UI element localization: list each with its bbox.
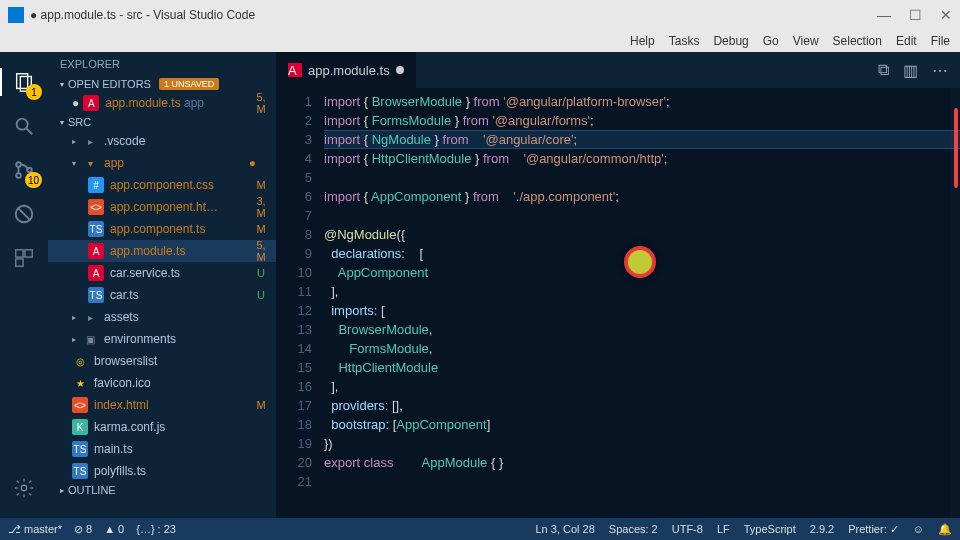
tree-item[interactable]: Kkarma.conf.js [48,416,276,438]
tree-item[interactable]: Acar.service.tsU [48,262,276,284]
svg-point-2 [17,119,28,130]
prettier-indicator[interactable]: Prettier: ✓ [848,523,899,536]
svg-point-11 [21,485,27,491]
notifications-icon[interactable]: 🔔 [938,523,952,536]
language-indicator[interactable]: TypeScript [744,523,796,535]
menu-debug[interactable]: Debug [713,34,748,48]
eol-indicator[interactable]: LF [717,523,730,535]
svg-point-5 [16,173,21,178]
menubar: Help Tasks Debug Go View Selection Edit … [0,30,960,52]
info-indicator[interactable]: {…} : 23 [136,523,176,535]
tree-item[interactable]: ▸▣environments [48,328,276,350]
indent-indicator[interactable]: Spaces: 2 [609,523,658,535]
svg-point-4 [16,162,21,167]
tree-item[interactable]: TSapp.component.tsM [48,218,276,240]
search-icon[interactable] [10,112,38,140]
split-icon[interactable]: ▥ [903,61,918,80]
open-editor-item[interactable]: ● A app.module.ts app 5, M [48,92,276,114]
svg-line-3 [27,129,33,135]
src-header[interactable]: ▾SRC [48,114,276,130]
errors-indicator[interactable]: ⊘ 8 [74,523,92,536]
folder-open-icon: ▾ [82,155,98,171]
cursor-position[interactable]: Ln 3, Col 28 [535,523,594,535]
svg-rect-9 [25,250,32,257]
ts-icon: TS [88,221,104,237]
chrome-icon: ◎ [72,353,88,369]
minimap[interactable] [950,88,960,518]
titlebar: ● app.module.ts - src - Visual Studio Co… [0,0,960,30]
menu-tasks[interactable]: Tasks [669,34,700,48]
activity-bar: 1 10 [0,52,48,518]
ts-icon: TS [88,287,104,303]
status-bar: ⎇ master* ⊘ 8 ▲ 0 {…} : 23 Ln 3, Col 28 … [0,518,960,540]
more-icon[interactable]: ⋯ [932,61,948,80]
ng-icon: A [88,265,104,281]
tree-item[interactable]: ◎browserslist [48,350,276,372]
star-icon: ★ [72,375,88,391]
karma-icon: K [72,419,88,435]
unsaved-badge: 1 UNSAVED [159,78,219,90]
maximize-icon[interactable]: ☐ [909,7,922,23]
angular-icon: A [288,63,302,77]
folder-icon: ▸ [82,133,98,149]
explorer-badge: 1 [26,84,42,100]
menu-selection[interactable]: Selection [833,34,882,48]
ng-icon: A [88,243,104,259]
extensions-icon[interactable] [10,244,38,272]
close-icon[interactable]: ✕ [940,7,952,23]
tree-item[interactable]: ▸▸assets [48,306,276,328]
menu-file[interactable]: File [931,34,950,48]
html-icon: <> [88,199,104,215]
folder-icon: ▸ [82,309,98,325]
tab-bar: A app.module.ts ⧉ ▥ ⋯ [276,52,960,88]
menu-edit[interactable]: Edit [896,34,917,48]
menu-help[interactable]: Help [630,34,655,48]
css-icon: # [88,177,104,193]
svg-rect-10 [16,259,23,266]
menu-go[interactable]: Go [763,34,779,48]
tree-item[interactable]: <>index.htmlM [48,394,276,416]
explorer-icon[interactable]: 1 [10,68,38,96]
html-icon: <> [72,397,88,413]
tree-item[interactable]: ★favicon.ico [48,372,276,394]
tab-app-module[interactable]: A app.module.ts [276,52,417,88]
outline-header[interactable]: ▸OUTLINE [48,482,276,498]
minimap-thumb[interactable] [954,108,958,188]
feedback-icon[interactable]: ☺ [913,523,924,535]
dirty-dot-icon [396,66,404,74]
explorer-title: EXPLORER [48,52,276,76]
env-icon: ▣ [82,331,98,347]
svg-rect-8 [16,250,23,257]
tree-item[interactable]: ▸▸.vscode [48,130,276,152]
line-gutter: 123456789101112131415161718192021 [276,88,324,518]
tree-item[interactable]: <>app.component.ht…3, M [48,196,276,218]
ts-version[interactable]: 2.9.2 [810,523,834,535]
compare-icon[interactable]: ⧉ [878,61,889,79]
cursor-highlight-icon [624,246,656,278]
tree-item[interactable]: TScar.tsU [48,284,276,306]
branch-indicator[interactable]: ⎇ master* [8,523,62,536]
tree-item[interactable]: TSmain.ts [48,438,276,460]
sidebar: EXPLORER ▾OPEN EDITORS1 UNSAVED ● A app.… [48,52,276,518]
settings-icon[interactable] [10,474,38,502]
debug-icon[interactable] [10,200,38,228]
tree-item[interactable]: ▾▾app● [48,152,276,174]
angular-icon: A [83,95,99,111]
ts-icon: TS [72,441,88,457]
ts-icon: TS [72,463,88,479]
vscode-icon [8,7,24,23]
tree-item[interactable]: TSpolyfills.ts [48,460,276,482]
code-area[interactable]: 123456789101112131415161718192021 import… [276,88,960,518]
code-lines[interactable]: import { BrowserModule } from '@angular/… [324,88,960,518]
menu-view[interactable]: View [793,34,819,48]
warnings-indicator[interactable]: ▲ 0 [104,523,124,535]
tree-item[interactable]: #app.component.cssM [48,174,276,196]
minimize-icon[interactable]: — [877,7,891,23]
open-editors-header[interactable]: ▾OPEN EDITORS1 UNSAVED [48,76,276,92]
tree-item[interactable]: Aapp.module.ts5, M [48,240,276,262]
encoding-indicator[interactable]: UTF-8 [672,523,703,535]
scm-icon[interactable]: 10 [10,156,38,184]
window-title: ● app.module.ts - src - Visual Studio Co… [30,8,255,22]
scm-badge: 10 [25,172,42,188]
tab-label: app.module.ts [308,63,390,78]
